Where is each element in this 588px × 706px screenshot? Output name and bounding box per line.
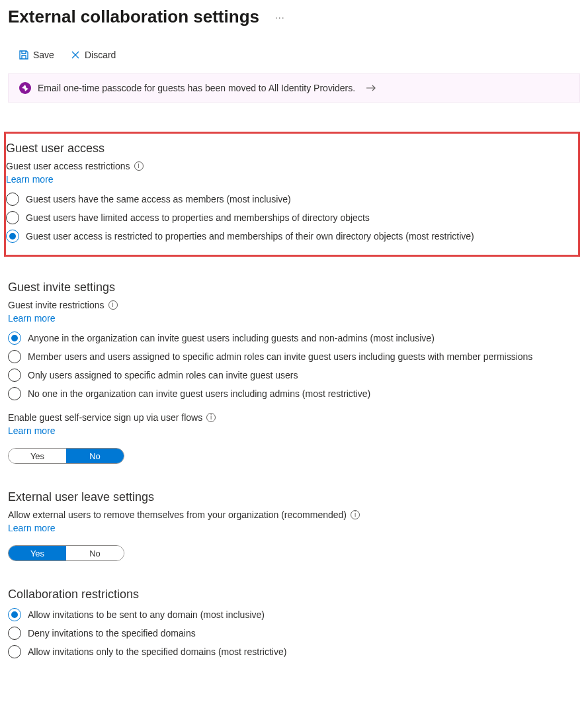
toggle-no[interactable]: No [66,449,124,463]
guide-icon [19,82,31,94]
field-label-row: Guest invite restrictions i [8,300,580,310]
section-title-collab: Collaboration restrictions [8,588,580,601]
learn-more-link[interactable]: Learn more [8,425,56,436]
section-external-leave: External user leave settings Allow exter… [8,490,580,561]
radio-icon [6,230,19,243]
external-leave-field-label: Allow external users to remove themselve… [8,509,347,520]
learn-more-link[interactable]: Learn more [6,174,54,185]
more-menu-button[interactable]: ··· [275,12,285,22]
collab-option-2[interactable]: Allow invitations only to the specified … [8,645,580,658]
section-title-guest-access: Guest user access [6,142,573,155]
toggle-no[interactable]: No [66,546,124,560]
learn-more-link[interactable]: Learn more [8,523,56,533]
toggle-yes[interactable]: Yes [9,449,66,463]
radio-label: Deny invitations to the specified domain… [28,628,196,639]
radio-icon [6,193,19,206]
radio-label: Member users and users assigned to speci… [28,351,532,362]
guest-invite-radio-group: Anyone in the organization can invite gu… [8,331,580,400]
radio-label: Anyone in the organization can invite gu… [28,333,435,343]
section-title-external-leave: External user leave settings [8,490,580,504]
section-guest-invite: Guest invite settings Guest invite restr… [8,281,580,464]
radio-label: No one in the organization can invite gu… [28,388,370,399]
radio-icon [8,627,21,640]
save-button-label: Save [33,50,54,60]
self-service-block: Enable guest self-service sign up via us… [8,412,580,464]
arrow-right-icon [366,84,376,92]
section-collaboration-restrictions: Collaboration restrictions Allow invitat… [8,588,580,658]
page-root: External collaboration settings ··· Save… [0,0,588,705]
self-service-toggle[interactable]: Yes No [8,448,124,464]
external-leave-toggle[interactable]: Yes No [8,545,124,561]
toggle-yes[interactable]: Yes [9,546,66,560]
info-icon[interactable]: i [108,300,118,310]
guest-invite-field-label: Guest invite restrictions [8,300,105,310]
field-label-row: Guest user access restrictions i [6,161,573,171]
radio-label: Only users assigned to specific admin ro… [28,370,298,380]
page-title: External collaboration settings [8,7,259,27]
info-icon[interactable]: i [206,413,216,422]
learn-more-link[interactable]: Learn more [8,313,56,324]
save-icon [19,50,29,60]
guest-access-option-2[interactable]: Guest user access is restricted to prope… [6,230,573,243]
radio-label: Guest user access is restricted to prope… [26,231,474,242]
save-button[interactable]: Save [12,46,61,64]
discard-button-label: Discard [85,50,116,60]
radio-label: Allow invitations only to the specified … [28,646,286,657]
radio-icon [8,331,21,345]
command-bar: Save Discard [8,46,580,64]
radio-icon [8,608,21,621]
field-label-row: Enable guest self-service sign up via us… [8,412,580,423]
collab-radio-group: Allow invitations to be sent to any doma… [8,608,580,658]
close-icon [70,50,81,60]
radio-icon [8,645,21,658]
radio-label: Allow invitations to be sent to any doma… [28,609,265,620]
guest-access-option-0[interactable]: Guest users have the same access as memb… [6,193,573,206]
radio-icon [8,350,21,363]
guest-invite-option-0[interactable]: Anyone in the organization can invite gu… [8,331,580,345]
guest-access-field-label: Guest user access restrictions [6,161,130,171]
guest-invite-option-2[interactable]: Only users assigned to specific admin ro… [8,369,580,382]
collab-option-0[interactable]: Allow invitations to be sent to any doma… [8,608,580,621]
guest-invite-option-3[interactable]: No one in the organization can invite gu… [8,387,580,400]
radio-label: Guest users have the same access as memb… [26,194,291,204]
self-service-label: Enable guest self-service sign up via us… [8,412,202,423]
discard-button[interactable]: Discard [63,46,122,64]
info-banner-text: Email one-time passcode for guests has b… [38,83,355,93]
info-banner[interactable]: Email one-time passcode for guests has b… [8,73,580,103]
radio-icon [8,369,21,382]
info-icon[interactable]: i [351,510,360,519]
guest-access-option-1[interactable]: Guest users have limited access to prope… [6,211,573,224]
section-guest-user-access: Guest user access Guest user access rest… [4,132,580,257]
guest-access-radio-group: Guest users have the same access as memb… [6,193,573,243]
section-title-guest-invite: Guest invite settings [8,281,580,294]
radio-icon [8,387,21,400]
page-header: External collaboration settings ··· [8,7,580,27]
collab-option-1[interactable]: Deny invitations to the specified domain… [8,627,580,640]
field-label-row: Allow external users to remove themselve… [8,509,580,520]
radio-icon [6,211,19,224]
radio-label: Guest users have limited access to prope… [26,212,370,223]
guest-invite-option-1[interactable]: Member users and users assigned to speci… [8,350,580,363]
info-icon[interactable]: i [134,161,144,171]
